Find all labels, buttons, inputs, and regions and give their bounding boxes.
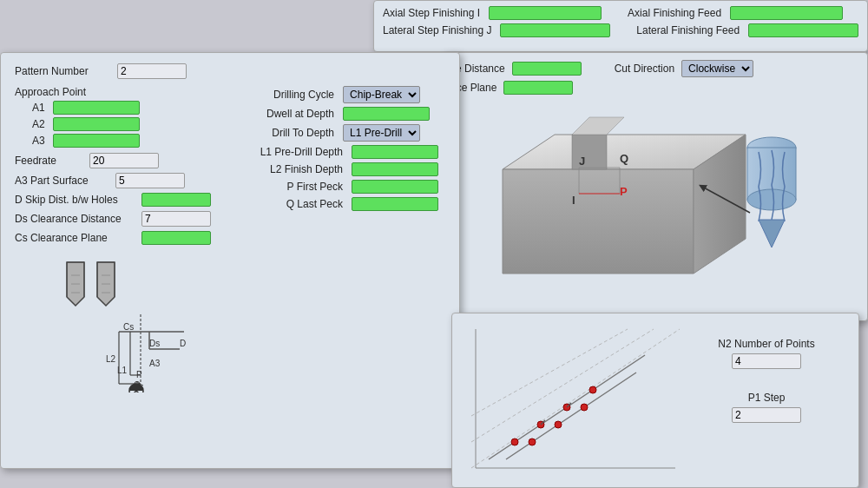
main-panel: Pattern Number Approach Point A1 A2 A3 bbox=[0, 52, 460, 469]
ds-clearance-input[interactable] bbox=[141, 211, 211, 227]
l1-predrill-row: L1 Pre-Drill Depth bbox=[230, 145, 445, 159]
pattern-number-row: Pattern Number bbox=[15, 63, 445, 79]
q-last-peck-input[interactable] bbox=[352, 197, 438, 211]
d-skip-label: D Skip Dist. b/w Holes bbox=[15, 194, 136, 206]
ds-clearance-row: Ds Clearance Distance bbox=[15, 211, 221, 227]
pattern-number-label: Pattern Number bbox=[15, 65, 110, 77]
drill-to-depth-label: Drill To Depth bbox=[230, 127, 334, 139]
a1-input[interactable] bbox=[53, 101, 140, 115]
svg-marker-1 bbox=[503, 169, 694, 274]
cs-clearance-label: Cs Clearance Plane bbox=[15, 232, 136, 244]
dwell-depth-row: Dwell at Depth bbox=[230, 107, 445, 121]
svg-point-54 bbox=[589, 386, 596, 393]
svg-line-50 bbox=[471, 329, 628, 416]
svg-marker-8 bbox=[759, 220, 785, 247]
dwell-depth-input[interactable] bbox=[343, 107, 430, 121]
q-last-peck-row: Q Last Peck bbox=[230, 197, 445, 211]
lateral-feed-label: Lateral Finishing Feed bbox=[636, 24, 740, 36]
d-skip-row: D Skip Dist. b/w Holes bbox=[15, 193, 221, 207]
approach-label: Approach Point bbox=[15, 86, 221, 98]
right-column: Drilling Cycle Chip-Break Dwell at Depth… bbox=[230, 86, 445, 395]
axial-feed-input[interactable] bbox=[730, 6, 843, 20]
drill-to-depth-row: Drill To Depth L1 Pre-Drill bbox=[230, 124, 445, 142]
a3-surface-input[interactable] bbox=[115, 173, 185, 188]
l2-finish-row: L2 Finish Depth bbox=[230, 162, 445, 176]
clearance-distance-input[interactable] bbox=[512, 62, 582, 76]
drilling-cycle-select[interactable]: Chip-Break bbox=[343, 86, 420, 103]
p-first-peck-label: P First Peck bbox=[230, 181, 343, 193]
p-first-peck-input[interactable] bbox=[352, 180, 438, 194]
clearance-plane-input[interactable] bbox=[503, 81, 573, 95]
svg-line-48 bbox=[471, 329, 680, 468]
lateral-feed-input[interactable] bbox=[748, 23, 858, 37]
l1-predrill-label: L1 Pre-Drill Depth bbox=[230, 146, 343, 158]
top-row-1: Axial Step Finishing I Axial Finishing F… bbox=[383, 6, 858, 20]
svg-text:I: I bbox=[572, 194, 575, 207]
l2-finish-label: L2 Finish Depth bbox=[230, 163, 343, 175]
svg-text:L1: L1 bbox=[117, 366, 128, 375]
bottom-content: N2 Number of Points P1 Step bbox=[463, 320, 848, 477]
svg-marker-3 bbox=[572, 135, 607, 169]
a1-row: A1 bbox=[32, 101, 221, 115]
svg-text:J: J bbox=[579, 155, 585, 168]
cut-direction-label: Cut Direction bbox=[615, 63, 674, 75]
cut-direction-select[interactable]: Clockwise bbox=[681, 60, 753, 77]
drilling-cycle-row: Drilling Cycle Chip-Break bbox=[230, 86, 445, 103]
schematic-diagram: Cs Ds D L2 L1 P A3 bbox=[15, 254, 221, 395]
n2-section: N2 Number of Points bbox=[706, 338, 827, 369]
svg-marker-4 bbox=[572, 117, 624, 135]
top-row-2: Lateral Step Finishing J Lateral Finishi… bbox=[383, 23, 858, 37]
pattern-number-input[interactable] bbox=[117, 63, 187, 79]
feedrate-input[interactable] bbox=[89, 153, 159, 168]
q-last-peck-label: Q Last Peck bbox=[230, 198, 343, 210]
a3-label: A3 bbox=[32, 135, 49, 147]
drill-to-depth-select[interactable]: L1 Pre-Drill bbox=[343, 124, 420, 142]
a2-label: A2 bbox=[32, 118, 49, 130]
a3-surface-label: A3 Part Surface bbox=[15, 175, 110, 187]
a1-label: A1 bbox=[32, 102, 49, 114]
feedrate-label: Feedrate bbox=[15, 155, 84, 167]
lateral-step-input[interactable] bbox=[500, 23, 610, 37]
p-first-peck-row: P First Peck bbox=[230, 180, 445, 194]
l2-finish-input[interactable] bbox=[352, 162, 438, 176]
3d-svg: J Q I P bbox=[450, 100, 860, 300]
a3-input[interactable] bbox=[53, 134, 140, 148]
svg-text:Q: Q bbox=[620, 152, 628, 165]
axial-step-input[interactable] bbox=[489, 6, 602, 20]
cs-clearance-row: Cs Clearance Plane bbox=[15, 231, 221, 245]
ds-clearance-label: Ds Clearance Distance bbox=[15, 213, 136, 225]
d-skip-input[interactable] bbox=[141, 193, 211, 207]
n2-label: N2 Number of Points bbox=[706, 338, 827, 350]
a3-row: A3 bbox=[32, 134, 221, 148]
svg-point-7 bbox=[747, 189, 796, 210]
svg-text:Cs: Cs bbox=[123, 322, 134, 332]
svg-text:L2: L2 bbox=[106, 354, 116, 364]
p1-section: P1 Step bbox=[706, 392, 827, 423]
l1-predrill-input[interactable] bbox=[352, 145, 438, 159]
stat-block: N2 Number of Points P1 Step bbox=[706, 320, 827, 477]
a2-input[interactable] bbox=[53, 117, 140, 131]
svg-point-56 bbox=[555, 421, 562, 428]
a3-surface-row: A3 Part Surface bbox=[15, 173, 221, 188]
axial-step-label: Axial Step Finishing I bbox=[383, 7, 480, 19]
right-panel: ce Distance Cut Direction Clockwise nce … bbox=[443, 52, 868, 321]
svg-point-55 bbox=[529, 439, 536, 445]
p1-input[interactable] bbox=[732, 407, 801, 423]
n2-input[interactable] bbox=[732, 353, 801, 369]
3d-diagram: J Q I P bbox=[450, 100, 860, 308]
svg-line-49 bbox=[471, 329, 654, 442]
cs-clearance-input[interactable] bbox=[141, 231, 211, 245]
top-panel: Axial Step Finishing I Axial Finishing F… bbox=[373, 0, 868, 52]
approach-section: Approach Point A1 A2 A3 bbox=[15, 86, 221, 148]
svg-point-57 bbox=[581, 404, 588, 411]
axial-feed-label: Axial Finishing Feed bbox=[628, 7, 721, 19]
svg-text:A3: A3 bbox=[149, 359, 161, 368]
drilling-cycle-label: Drilling Cycle bbox=[230, 89, 334, 101]
svg-point-51 bbox=[511, 439, 518, 445]
lateral-step-label: Lateral Step Finishing J bbox=[383, 24, 491, 36]
a2-row: A2 bbox=[32, 117, 221, 131]
svg-text:D: D bbox=[180, 339, 186, 348]
main-columns: Approach Point A1 A2 A3 Feedrate bbox=[15, 86, 445, 395]
svg-text:P: P bbox=[136, 370, 142, 379]
p1-label: P1 Step bbox=[706, 392, 827, 404]
